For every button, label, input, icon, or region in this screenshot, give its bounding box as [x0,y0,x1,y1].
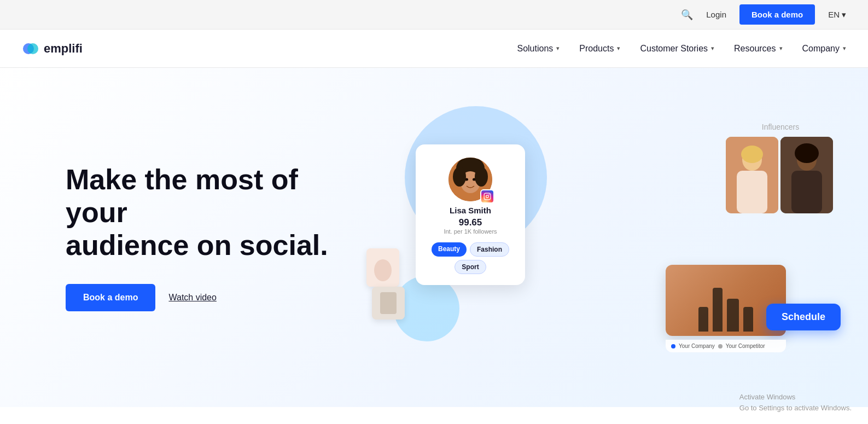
tag-fashion[interactable]: Fashion [470,242,509,257]
svg-point-11 [488,194,490,195]
chevron-down-icon: ▾ [779,45,783,52]
tag-sport[interactable]: Sport [455,260,486,274]
hero-buttons: Book a demo Watch video [66,284,339,311]
tag-pills: Beauty Fashion Sport [431,242,510,274]
bottle-1 [698,307,708,332]
your-company-dot [671,344,675,349]
activate-line1: Activate Windows [739,392,852,403]
influencer-photos [726,137,835,213]
hero-heading: Make the most of your audience on social… [66,164,339,262]
competitor-label: Your Competitor [726,343,765,349]
schedule-card[interactable]: Schedule [766,304,841,330]
svg-rect-9 [484,193,491,200]
bottle-2 [713,288,723,332]
product-thumbnail-2 [372,287,405,320]
product-thumbnail-1 [366,248,399,287]
influencers-label: Influencers [726,123,835,131]
nav-products-label: Products [579,44,614,54]
hero-illustration: Lisa Smith 99.65 Int. per 1K followers B… [361,101,846,374]
language-selector[interactable]: EN ▾ [828,10,846,20]
lang-label: EN [828,10,840,19]
comparison-bar: Your Company Your Competitor [666,340,786,352]
nav-item-solutions[interactable]: Solutions ▾ [517,44,560,54]
hero-heading-line2: audience on social. [66,229,328,261]
hero-heading-line1: Make the most of your [66,164,298,228]
influencer-photo-1 [726,137,778,213]
nav-item-customer-stories[interactable]: Customer Stories ▾ [640,44,714,54]
main-navigation: emplifi Solutions ▾ Products ▾ Customer … [0,30,868,68]
bottle-4 [743,307,753,332]
svg-point-8 [475,167,488,187]
tag-beauty[interactable]: Beauty [432,242,467,257]
svg-point-1 [27,43,38,54]
influencer-card: Lisa Smith 99.65 Int. per 1K followers B… [416,144,525,285]
svg-point-7 [453,167,466,187]
nav-customer-stories-label: Customer Stories [640,44,708,54]
nav-solutions-label: Solutions [517,44,553,54]
svg-rect-23 [380,292,397,314]
search-icon[interactable]: 🔍 [681,9,693,21]
influencer-photo-2 [780,137,833,213]
activate-windows-watermark: Activate Windows Go to Settings to activ… [739,392,852,407]
svg-point-15 [741,146,763,163]
competitor-dot [718,344,723,349]
influencer-sub: Int. per 1K followers [431,228,510,235]
influencer-name: Lisa Smith [431,206,510,215]
logo-text: emplifi [44,42,83,56]
svg-point-19 [795,143,819,163]
nav-items: Solutions ▾ Products ▾ Customer Stories … [517,44,846,54]
nav-resources-label: Resources [734,44,776,54]
watch-video-button[interactable]: Watch video [168,293,216,303]
activate-line2: Go to Settings to activate Windows. [739,403,852,408]
nav-item-company[interactable]: Company ▾ [802,44,846,54]
book-demo-button-topbar[interactable]: Book a demo [739,4,815,25]
nav-item-resources[interactable]: Resources ▾ [734,44,782,54]
svg-rect-18 [791,171,822,213]
bottle-3 [727,299,739,332]
chevron-down-icon: ▾ [556,45,560,52]
chevron-down-icon: ▾ [842,10,846,20]
svg-point-21 [374,259,392,281]
hero-left: Make the most of your audience on social… [66,164,339,311]
book-demo-button-hero[interactable]: Book a demo [66,284,155,311]
nav-item-products[interactable]: Products ▾ [579,44,620,54]
top-bar: 🔍 Login Book a demo EN ▾ [0,0,868,30]
svg-point-10 [486,195,489,198]
influencer-score: 99.65 [431,217,510,228]
your-company-label: Your Company [679,343,715,349]
chevron-down-icon: ▾ [617,45,620,52]
influencers-panel: Influencers [726,123,835,213]
login-link[interactable]: Login [706,10,726,19]
chevron-down-icon: ▾ [711,45,714,52]
svg-rect-14 [737,171,767,213]
logo[interactable]: emplifi [22,40,83,57]
instagram-badge [480,189,494,204]
hero-section: Make the most of your audience on social… [0,68,868,407]
chevron-down-icon: ▾ [843,45,846,52]
nav-company-label: Company [802,44,840,54]
logo-icon [22,40,39,57]
